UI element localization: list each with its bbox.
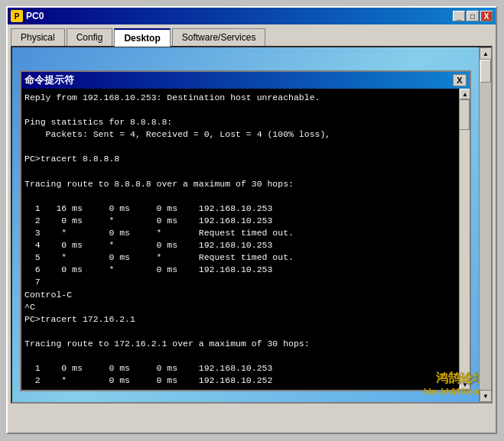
- watermark-top: 鸿鹄论坛: [424, 371, 485, 387]
- cmd-body: Reply from 192.168.10.253: Destination h…: [21, 89, 470, 390]
- close-window-button[interactable]: X: [480, 11, 493, 21]
- cmd-output: Reply from 192.168.10.253: Destination h…: [21, 89, 470, 390]
- content-scrollbar[interactable]: ▲ ▼: [479, 47, 491, 402]
- scroll-track: [480, 60, 491, 390]
- maximize-button[interactable]: □: [467, 11, 479, 21]
- cmd-window: 命令提示符 X Reply from 192.168.10.253: Desti…: [20, 70, 471, 391]
- watermark-bottom: bbs.hh010.com: [424, 387, 485, 396]
- tab-software-services[interactable]: Software/Services: [172, 28, 266, 47]
- scroll-thumb-content[interactable]: [480, 60, 491, 83]
- title-buttons: _ □ X: [453, 11, 493, 21]
- tab-bar: Physical Config Desktop Software/Service…: [8, 24, 496, 46]
- cmd-title: 命令提示符: [24, 73, 74, 87]
- cmd-scrollbar[interactable]: ▲ ▼: [459, 89, 470, 390]
- content-scroll-down[interactable]: ▼: [480, 390, 492, 402]
- window-title: PC0: [26, 11, 44, 21]
- main-window: P PC0 _ □ X Physical Config Desktop Soft…: [6, 6, 497, 434]
- cmd-close-button[interactable]: X: [453, 74, 467, 86]
- tab-config[interactable]: Config: [67, 28, 113, 47]
- scroll-up-button[interactable]: ▲: [460, 89, 470, 99]
- title-bar-left: P PC0: [11, 10, 44, 22]
- title-bar: P PC0 _ □ X: [8, 8, 496, 24]
- tab-content: 命令提示符 X Reply from 192.168.10.253: Desti…: [11, 46, 493, 404]
- app-icon: P: [11, 10, 23, 22]
- scroll-thumb[interactable]: [459, 99, 470, 130]
- minimize-button[interactable]: _: [453, 11, 465, 21]
- content-scroll-up[interactable]: ▲: [480, 47, 492, 60]
- watermark: 鸿鹄论坛 bbs.hh010.com: [424, 371, 485, 396]
- tab-physical[interactable]: Physical: [11, 28, 65, 47]
- desktop-background: 命令提示符 X Reply from 192.168.10.253: Desti…: [12, 47, 491, 402]
- cmd-title-bar: 命令提示符 X: [21, 72, 470, 89]
- tab-desktop[interactable]: Desktop: [114, 28, 170, 47]
